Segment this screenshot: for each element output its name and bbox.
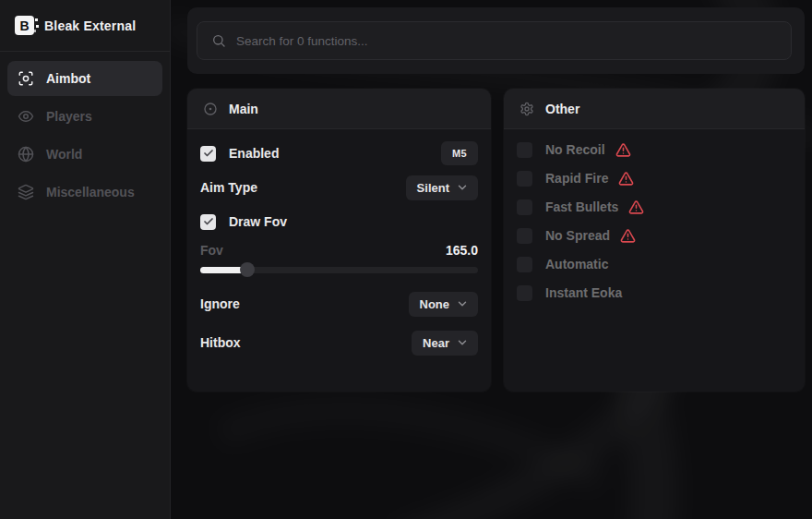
hitbox-dropdown[interactable]: Near (412, 331, 478, 356)
fov-slider[interactable] (200, 262, 478, 277)
sidebar-header: B Bleak External (0, 0, 170, 52)
other-panel: Other No Recoil Rapid Fire Fast Bullets (504, 89, 805, 392)
layers-icon (18, 184, 34, 200)
no-spread-checkbox[interactable] (517, 228, 532, 244)
check-icon (519, 230, 531, 241)
sidebar-item-label: Miscellaneous (46, 185, 135, 199)
aim-type-row: Aim Type Silent (200, 176, 478, 199)
other-panel-body: No Recoil Rapid Fire Fast Bullets No Spr… (504, 129, 805, 392)
rapid-fire-label: Rapid Fire (545, 171, 608, 186)
circle-dot-icon (203, 102, 218, 116)
instant-eoka-checkbox[interactable] (517, 285, 532, 301)
search-icon (211, 33, 226, 48)
sidebar-item-world[interactable]: World (7, 137, 162, 172)
enabled-checkbox[interactable] (200, 146, 216, 162)
sidebar-nav: Aimbot Players World Miscellaneous (0, 52, 170, 219)
sidebar-item-players[interactable]: Players (7, 99, 162, 134)
sidebar-item-label: Aimbot (46, 71, 90, 86)
draw-fov-label: Draw Fov (229, 214, 287, 229)
no-recoil-label: No Recoil (545, 142, 605, 157)
eye-icon (18, 108, 34, 125)
chevron-down-icon (456, 181, 469, 194)
fov-slider-thumb[interactable] (240, 262, 255, 277)
automatic-row: Automatic (517, 255, 792, 273)
automatic-label: Automatic (545, 257, 608, 272)
fov-row: Fov 165.0 (200, 243, 478, 258)
fast-bullets-checkbox[interactable] (517, 199, 532, 215)
search-panel: Search for 0 functions... (187, 7, 805, 74)
ignore-value: None (420, 297, 450, 311)
sidebar: B Bleak External Aimbot Players World Mi… (0, 0, 171, 519)
main-panel-header: Main (187, 89, 491, 129)
main-panel-body: Enabled M5 Aim Type Silent (187, 129, 491, 392)
ignore-row: Ignore None (200, 291, 478, 317)
keybind-button[interactable]: M5 (441, 141, 478, 165)
enabled-row: Enabled M5 (200, 142, 478, 164)
warning-icon (618, 171, 634, 187)
check-icon (519, 144, 531, 155)
ignore-label: Ignore (200, 296, 240, 311)
sidebar-item-aimbot[interactable]: Aimbot (7, 61, 162, 96)
instant-eoka-row: Instant Eoka (517, 284, 792, 302)
other-panel-header: Other (504, 89, 805, 129)
check-icon (519, 287, 531, 298)
fast-bullets-label: Fast Bullets (545, 199, 618, 214)
chevron-down-icon (456, 297, 469, 310)
enabled-label: Enabled (229, 146, 279, 161)
hitbox-label: Hitbox (200, 335, 241, 350)
aim-type-value: Silent (417, 181, 449, 195)
hitbox-row: Hitbox Near (200, 330, 478, 356)
ignore-dropdown[interactable]: None (409, 292, 479, 317)
sidebar-item-label: Players (46, 109, 92, 124)
rapid-fire-checkbox[interactable] (517, 171, 532, 187)
main-panel-title: Main (229, 102, 258, 116)
brand-logo: B (15, 16, 34, 35)
main-content: Search for 0 functions... Main Enabled M… (171, 0, 812, 519)
no-recoil-row: No Recoil (517, 140, 792, 159)
warning-icon (615, 142, 631, 158)
fov-label: Fov (200, 243, 223, 258)
globe-icon (18, 146, 34, 163)
sidebar-item-label: World (46, 147, 82, 162)
gear-icon (519, 102, 534, 116)
check-icon (519, 259, 531, 270)
warning-icon (620, 228, 636, 244)
main-panel: Main Enabled M5 Aim Type Silent (187, 89, 491, 392)
check-icon (203, 148, 214, 159)
no-spread-row: No Spread (517, 226, 792, 245)
hitbox-value: Near (423, 336, 449, 350)
instant-eoka-label: Instant Eoka (545, 285, 622, 300)
draw-fov-checkbox[interactable] (200, 214, 216, 230)
rapid-fire-row: Rapid Fire (517, 169, 792, 187)
check-icon (519, 201, 531, 212)
panels-row: Main Enabled M5 Aim Type Silent (187, 89, 805, 392)
check-icon (519, 173, 531, 184)
focus-icon (18, 70, 34, 87)
fov-value: 165.0 (446, 243, 478, 258)
warning-icon (628, 199, 644, 215)
search-input[interactable]: Search for 0 functions... (197, 21, 792, 60)
other-panel-title: Other (545, 102, 579, 116)
no-spread-label: No Spread (545, 228, 610, 243)
sidebar-item-miscellaneous[interactable]: Miscellaneous (7, 175, 162, 210)
fast-bullets-row: Fast Bullets (517, 198, 792, 216)
search-placeholder: Search for 0 functions... (236, 34, 368, 48)
chevron-down-icon (456, 336, 469, 349)
app-title: Bleak External (44, 18, 136, 33)
check-icon (203, 216, 214, 227)
no-recoil-checkbox[interactable] (517, 142, 532, 158)
aim-type-label: Aim Type (200, 180, 257, 195)
draw-fov-row: Draw Fov (200, 211, 478, 233)
automatic-checkbox[interactable] (517, 257, 532, 272)
aim-type-dropdown[interactable]: Silent (406, 175, 478, 200)
